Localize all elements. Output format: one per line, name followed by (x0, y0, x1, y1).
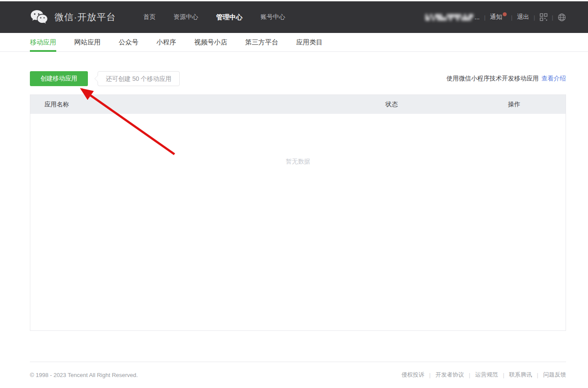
nav-home[interactable]: 首页 (143, 13, 156, 21)
header-divider: | (511, 14, 512, 21)
logo-text: 微信·开放平台 (54, 11, 116, 23)
main-content: 创建移动应用 还可创建 50 个移动应用 使用微信小程序技术开发移动应用查看介绍… (30, 71, 566, 331)
column-action: 操作 (508, 101, 566, 109)
footer-separator: | (469, 372, 470, 378)
toolbar-hint: 使用微信小程序技术开发移动应用查看介绍 (446, 75, 566, 83)
sub-nav: 移动应用 网站应用 公众号 小程序 视频号小店 第三方平台 应用类目 (0, 33, 588, 52)
nav-management-center[interactable]: 管理中心 (216, 13, 243, 22)
table-body: 暂无数据 (30, 114, 566, 330)
toolbar-row: 创建移动应用 还可创建 50 个移动应用 使用微信小程序技术开发移动应用查看介绍 (30, 71, 566, 86)
tab-channels-shop[interactable]: 视频号小店 (194, 33, 227, 51)
tab-third-party-platform[interactable]: 第三方平台 (245, 33, 278, 51)
tab-mini-program[interactable]: 小程序 (156, 33, 176, 51)
create-mobile-app-button[interactable]: 创建移动应用 (30, 71, 88, 86)
nav-account-center[interactable]: 账号中心 (261, 13, 285, 21)
link-infringement-complaint[interactable]: 侵权投诉 (401, 371, 424, 379)
header-divider: | (552, 14, 553, 21)
tab-app-category[interactable]: 应用类目 (296, 33, 323, 51)
account-name-blurred[interactable]: ▙▚▜▙▞▛▜▚▙▛ (425, 14, 474, 21)
column-status: 状态 (385, 101, 508, 109)
wechat-open-platform-page: 微信·开放平台 首页 资源中心 管理中心 账号中心 ▙▚▜▙▞▛▜▚▙▛ ...… (0, 0, 588, 388)
header-divider: | (484, 14, 485, 21)
empty-state-text: 暂无数据 (286, 158, 310, 166)
view-intro-link[interactable]: 查看介绍 (541, 75, 566, 82)
footer-separator: | (429, 372, 430, 378)
footer-separator: | (537, 372, 538, 378)
app-table: 应用名称 状态 操作 暂无数据 (30, 94, 566, 331)
link-operation-rules[interactable]: 运营规范 (475, 371, 498, 379)
footer-links: 侵权投诉 | 开发者协议 | 运营规范 | 联系腾讯 | 问题反馈 (401, 371, 566, 379)
account-name-ellipsis: ... (475, 14, 480, 21)
logo[interactable]: 微信·开放平台 (30, 9, 116, 25)
tab-mobile-app[interactable]: 移动应用 (30, 33, 56, 51)
nav-resource-center[interactable]: 资源中心 (174, 13, 198, 21)
footer: © 1998 - 2023 Tencent All Right Reserved… (30, 362, 566, 379)
tab-official-account[interactable]: 公众号 (119, 33, 138, 51)
footer-separator: | (503, 372, 504, 378)
column-app-name: 应用名称 (30, 101, 385, 109)
copyright-text: © 1998 - 2023 Tencent All Right Reserved… (30, 372, 138, 378)
link-feedback[interactable]: 问题反馈 (543, 371, 566, 379)
app-header: 微信·开放平台 首页 资源中心 管理中心 账号中心 ▙▚▜▙▞▛▜▚▙▛ ...… (0, 1, 588, 33)
notice-link[interactable]: 通知 (490, 13, 507, 21)
qr-code-icon[interactable] (540, 13, 548, 21)
header-divider: | (534, 14, 535, 21)
quota-remaining-bubble: 还可创建 50 个移动应用 (98, 71, 180, 86)
link-contact-tencent[interactable]: 联系腾讯 (509, 371, 532, 379)
language-globe-icon[interactable] (558, 13, 566, 22)
notice-badge-dot (503, 12, 507, 16)
logout-link[interactable]: 退出 (517, 13, 529, 21)
main-nav: 首页 资源中心 管理中心 账号中心 (143, 13, 285, 22)
table-header-row: 应用名称 状态 操作 (30, 95, 566, 114)
wechat-logo-icon (30, 9, 48, 25)
header-right: ▙▚▜▙▞▛▜▚▙▛ ... | 通知 | 退出 | | (425, 13, 566, 22)
link-developer-agreement[interactable]: 开发者协议 (436, 371, 464, 379)
tab-website-app[interactable]: 网站应用 (74, 33, 101, 51)
hint-text: 使用微信小程序技术开发移动应用 (446, 75, 539, 82)
